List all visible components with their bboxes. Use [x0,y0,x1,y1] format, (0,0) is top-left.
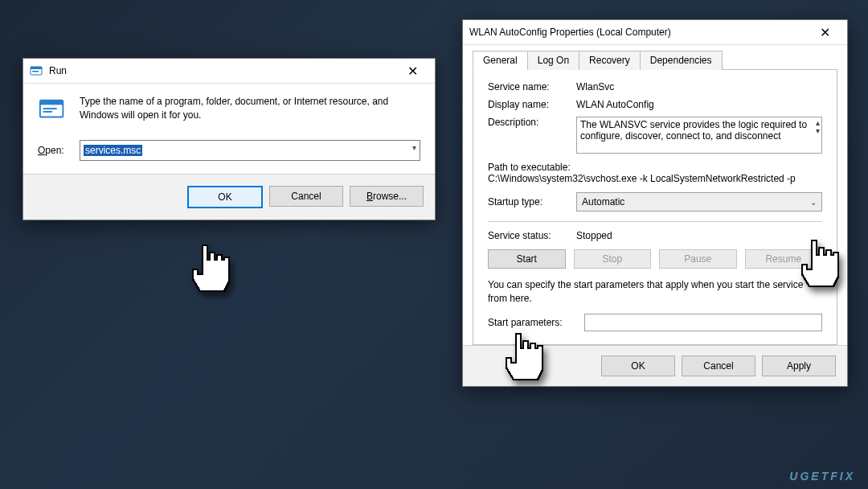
cancel-button[interactable]: Cancel [269,186,343,207]
run-hint-text: Type the name of a program, folder, docu… [80,95,420,125]
svg-rect-2 [32,71,39,72]
props-footer: OK Cancel Apply [463,345,847,386]
label-service-name: Service name: [488,81,576,92]
tab-logon[interactable]: Log On [527,51,579,70]
chevron-down-icon[interactable]: ⌄ [810,198,817,207]
close-icon[interactable]: ✕ [809,21,841,43]
run-titlebar[interactable]: Run ✕ [23,59,435,84]
tabs-row: General Log On Recovery Dependencies [473,50,837,70]
value-service-name: WlanSvc [576,81,614,92]
ok-button[interactable]: OK [187,186,263,208]
browse-button[interactable]: Browse... [350,186,424,207]
run-icon [30,64,43,77]
run-title: Run [49,65,396,76]
value-display-name: WLAN AutoConfig [576,99,654,110]
scroll-up-icon[interactable]: ▴▾ [816,119,820,135]
pause-button: Pause [659,249,737,269]
tab-recovery[interactable]: Recovery [579,51,641,70]
label-display-name: Display name: [488,99,576,110]
open-input-value: services.msc [84,145,142,156]
tab-content: Service name: WlanSvc Display name: WLAN… [473,70,837,345]
props-titlebar[interactable]: WLAN AutoConfig Properties (Local Comput… [463,20,847,45]
separator [488,221,822,222]
svg-rect-6 [43,111,52,113]
label-path: Path to executable: [488,162,822,173]
stop-button: Stop [574,249,652,269]
start-params-hint: You can specify the start parameters tha… [488,278,822,306]
ok-button[interactable]: OK [601,355,675,376]
chevron-down-icon[interactable]: ▾ [412,143,416,152]
run-dialog: Run ✕ Type the name of a program, folder… [23,58,436,220]
value-service-status: Stopped [576,230,612,241]
run-program-icon [38,95,68,125]
svg-rect-4 [40,101,63,105]
svg-rect-1 [31,67,42,69]
apply-button[interactable]: Apply [762,355,836,376]
cancel-button[interactable]: Cancel [682,355,755,376]
start-button[interactable]: Start [488,249,566,269]
label-description: Description: [488,117,576,128]
open-input[interactable]: services.msc ▾ [80,140,420,161]
close-icon[interactable]: ✕ [396,60,428,82]
value-path: C:\Windows\system32\svchost.exe -k Local… [488,173,822,184]
watermark: UGETFIX [789,470,855,483]
label-service-status: Service status: [488,230,576,241]
svg-rect-5 [43,108,57,109]
open-label: Open: [38,145,70,156]
service-control-row: Start Stop Pause Resume [488,249,822,269]
properties-dialog: WLAN AutoConfig Properties (Local Comput… [462,19,848,387]
tab-deps[interactable]: Dependencies [640,51,723,70]
cursor-icon [183,243,231,306]
run-button-row: OK Cancel Browse... [23,174,435,220]
start-params-input[interactable] [584,314,822,331]
props-title: WLAN AutoConfig Properties (Local Comput… [469,27,809,38]
label-start-params: Start parameters: [488,317,584,328]
resume-button: Resume [745,249,823,269]
description-textarea[interactable]: The WLANSVC service provides the logic r… [576,117,822,154]
tab-general[interactable]: General [473,51,528,70]
startup-type-select[interactable]: Automatic ⌄ [576,192,822,212]
label-startup-type: Startup type: [488,196,576,208]
